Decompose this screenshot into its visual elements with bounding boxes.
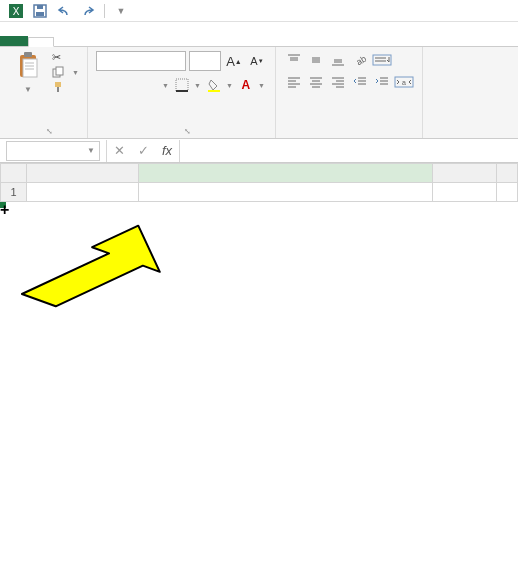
copy-button[interactable]: ▼ — [52, 66, 79, 78]
svg-rect-3 — [37, 5, 43, 9]
format-painter-button[interactable] — [52, 81, 79, 93]
svg-text:X: X — [13, 6, 20, 17]
name-box[interactable]: ▼ — [6, 141, 100, 161]
tab-file[interactable] — [0, 36, 28, 46]
align-top-icon[interactable] — [284, 51, 304, 69]
quick-access-toolbar: X ▼ — [0, 0, 518, 22]
bold-button[interactable] — [96, 75, 116, 95]
fill-color-button[interactable] — [204, 75, 224, 95]
scissors-icon: ✂ — [52, 51, 61, 63]
merge-center-icon[interactable]: a — [394, 73, 414, 91]
column-header-C[interactable] — [433, 164, 497, 183]
chevron-down-icon: ▼ — [72, 69, 79, 76]
chevron-down-icon[interactable]: ▼ — [226, 82, 234, 89]
align-center-icon[interactable] — [306, 73, 326, 91]
font-color-button[interactable]: A — [236, 75, 256, 95]
tab-home[interactable] — [28, 37, 54, 47]
cell[interactable] — [497, 183, 518, 202]
svg-text:a: a — [402, 79, 406, 86]
wrap-text-icon[interactable] — [372, 51, 392, 69]
redo-icon[interactable] — [78, 2, 98, 20]
column-header-B[interactable] — [138, 164, 432, 183]
svg-text:ab: ab — [354, 54, 366, 66]
decrease-indent-icon[interactable] — [350, 73, 370, 91]
undo-icon[interactable] — [54, 2, 74, 20]
spreadsheet-grid[interactable]: 1 + — [0, 163, 518, 202]
cell[interactable] — [138, 183, 432, 202]
tab-formulas[interactable] — [102, 38, 126, 46]
tab-page-layout[interactable] — [78, 38, 102, 46]
customize-qat-icon[interactable]: ▼ — [111, 2, 131, 20]
ribbon-tabs — [0, 22, 518, 47]
svg-rect-7 — [23, 59, 37, 77]
select-all-corner[interactable] — [1, 164, 27, 183]
font-size-input[interactable] — [189, 51, 221, 71]
chevron-down-icon[interactable]: ▼ — [162, 82, 170, 89]
dialog-launcher-icon[interactable]: ⤡ — [184, 127, 191, 136]
decrease-font-icon[interactable]: A▼ — [247, 51, 267, 71]
brush-icon — [52, 81, 64, 93]
column-header-A[interactable] — [26, 164, 138, 183]
tab-insert[interactable] — [54, 38, 78, 46]
underline-button[interactable] — [140, 75, 160, 95]
chevron-down-icon[interactable]: ▼ — [24, 85, 32, 94]
dialog-launcher-icon[interactable]: ⤡ — [46, 127, 53, 136]
chevron-down-icon[interactable]: ▼ — [258, 82, 266, 89]
column-header-D[interactable] — [497, 164, 518, 183]
svg-marker-51 — [22, 202, 170, 336]
tab-data[interactable] — [126, 38, 150, 46]
cut-button[interactable]: ✂ — [52, 51, 79, 63]
tab-review[interactable] — [150, 38, 174, 46]
chevron-down-icon[interactable]: ▼ — [194, 82, 202, 89]
increase-font-icon[interactable]: A▲ — [224, 51, 244, 71]
group-alignment: ab a — [276, 47, 423, 138]
copy-icon — [52, 66, 64, 78]
cell[interactable] — [433, 183, 497, 202]
svg-rect-12 — [56, 67, 63, 75]
svg-rect-13 — [55, 82, 61, 87]
svg-rect-15 — [176, 79, 188, 91]
cancel-formula-icon[interactable]: ✕ — [107, 143, 131, 158]
orientation-icon[interactable]: ab — [350, 51, 370, 69]
svg-rect-17 — [208, 90, 220, 92]
insert-function-icon[interactable]: fx — [155, 143, 179, 158]
enter-formula-icon[interactable]: ✓ — [131, 143, 155, 158]
svg-rect-4 — [36, 12, 44, 16]
annotation-arrow — [0, 202, 170, 342]
cell[interactable] — [26, 183, 138, 202]
svg-rect-14 — [57, 87, 59, 92]
align-middle-icon[interactable] — [306, 51, 326, 69]
svg-rect-6 — [24, 52, 32, 57]
separator — [179, 140, 180, 162]
formula-bar: ▼ ✕ ✓ fx — [0, 139, 518, 163]
row-header[interactable]: 1 — [1, 183, 27, 202]
fill-handle[interactable] — [0, 202, 6, 208]
ribbon: ▼ ✂ ▼ ⤡ A▲ A▼ ▼ ▼ — [0, 47, 518, 139]
borders-button[interactable] — [172, 75, 192, 95]
group-clipboard: ▼ ✂ ▼ ⤡ — [0, 47, 88, 138]
separator — [104, 4, 105, 18]
italic-button[interactable] — [118, 75, 138, 95]
align-left-icon[interactable] — [284, 73, 304, 91]
svg-rect-28 — [373, 55, 391, 65]
increase-indent-icon[interactable] — [372, 73, 392, 91]
save-icon[interactable] — [30, 2, 50, 20]
excel-icon[interactable]: X — [6, 2, 26, 20]
paste-button[interactable]: ▼ — [8, 51, 48, 125]
font-name-input[interactable] — [96, 51, 186, 71]
group-font: A▲ A▼ ▼ ▼ ▼ A ▼ ⤡ — [88, 47, 276, 138]
align-right-icon[interactable] — [328, 73, 348, 91]
chevron-down-icon: ▼ — [87, 146, 95, 155]
align-bottom-icon[interactable] — [328, 51, 348, 69]
